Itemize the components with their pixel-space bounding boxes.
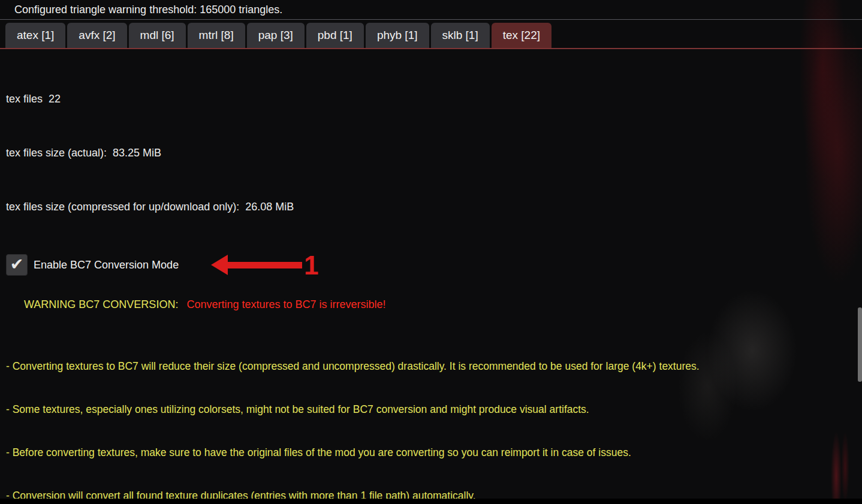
annotation-number-1: 1 bbox=[304, 252, 318, 279]
tex-files-size-compressed: tex files size (compressed for up/downlo… bbox=[6, 198, 862, 216]
warning-line: - Converting textures to BC7 will reduce… bbox=[6, 359, 862, 373]
warning-lines: - Converting textures to BC7 will reduce… bbox=[6, 330, 862, 504]
tab-atex[interactable]: atex [1] bbox=[5, 23, 65, 48]
tab-sklb[interactable]: sklb [1] bbox=[431, 23, 490, 48]
tab-phyb[interactable]: phyb [1] bbox=[366, 23, 429, 48]
tab-bar: atex [1]avfx [2]mdl [6]mtrl [8]pap [3]pb… bbox=[0, 20, 862, 49]
triangle-threshold-status: Configured triangle warning threshold: 1… bbox=[0, 0, 862, 20]
warning-title-line: WARNING BC7 CONVERSION:Converting textur… bbox=[6, 282, 862, 327]
warning-line: - Before converting textures, make sure … bbox=[6, 445, 862, 460]
tex-files-size-actual: tex files size (actual): 83.25 MiB bbox=[6, 144, 862, 162]
enable-bc7-label: Enable BC7 Conversion Mode bbox=[34, 259, 179, 271]
tex-files-count: tex files 22 bbox=[6, 90, 862, 108]
mod-edit-window: Configured triangle warning threshold: 1… bbox=[0, 0, 862, 504]
tab-avfx[interactable]: avfx [2] bbox=[67, 23, 126, 48]
tab-mdl[interactable]: mdl [6] bbox=[129, 23, 186, 48]
window-bottom-edge bbox=[0, 499, 862, 504]
bc7-warning-block: WARNING BC7 CONVERSION:Converting textur… bbox=[0, 282, 862, 504]
tab-pap[interactable]: pap [3] bbox=[247, 23, 305, 48]
enable-bc7-checkbox[interactable]: ✔ bbox=[6, 254, 28, 276]
warning-irreversible: Converting textures to BC7 is irreversib… bbox=[186, 298, 385, 310]
annotation-arrow-1 bbox=[211, 255, 302, 275]
tab-tex[interactable]: tex [22] bbox=[492, 23, 551, 48]
warning-line: - Some textures, especially ones utilizi… bbox=[6, 402, 862, 417]
check-icon: ✔ bbox=[10, 256, 24, 273]
tab-mtrl[interactable]: mtrl [8] bbox=[188, 23, 245, 48]
tab-pbd[interactable]: pbd [1] bbox=[306, 23, 364, 48]
table-scrollbar[interactable] bbox=[858, 307, 862, 382]
bc7-mode-row: ✔ Enable BC7 Conversion Mode 1 bbox=[0, 253, 862, 276]
tex-summary: tex files 22 tex files size (actual): 83… bbox=[0, 54, 862, 252]
warning-title: WARNING BC7 CONVERSION: bbox=[24, 298, 178, 310]
